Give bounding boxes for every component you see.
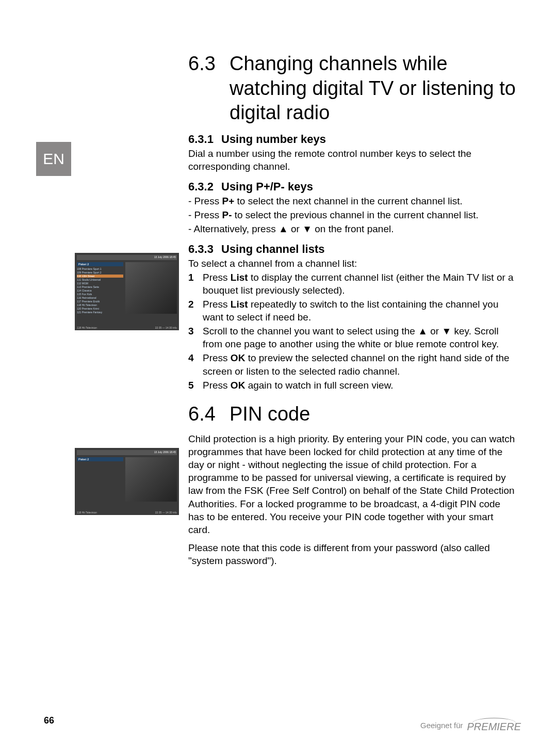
page-number: 66	[44, 715, 54, 726]
list-item: Press OK to preview the selected channel…	[188, 351, 516, 377]
subsection-6-3-1-heading: 6.3.1Using number keys	[188, 133, 516, 146]
list-item: 116 Heimatkanal	[77, 296, 123, 299]
bullet-list: - Press P+ to select the next channel in…	[188, 195, 516, 235]
list-item: 113 Premiere Serie	[77, 285, 123, 288]
footer-brand: Geeignet für PREMIERE	[420, 718, 521, 733]
subsection-title: Using P+/P- keys	[221, 180, 313, 193]
screenshot-footer-left: 118 Hit Television	[77, 326, 97, 329]
ordered-steps: Press List to display the current channe…	[188, 271, 516, 392]
list-item: Press List repeatedly to switch to the l…	[188, 298, 516, 324]
preview-pane	[125, 457, 177, 502]
section-number: 6.4	[188, 402, 230, 427]
language-tab: EN	[36, 142, 71, 176]
screenshot-list-header: Paket 2	[77, 262, 123, 266]
body-text: Please note that this code is different …	[188, 541, 516, 567]
list-item: 118 Hit Television	[77, 303, 123, 307]
list-item: 108 Premiere Sport 1	[77, 267, 123, 270]
body-text: Dial a number using the remote control n…	[188, 147, 516, 173]
brand-logo: PREMIERE	[467, 718, 521, 733]
section-number: 6.3	[188, 52, 230, 76]
subsection-title: Using number keys	[221, 133, 326, 146]
subsection-number: 6.3.3	[188, 243, 221, 256]
list-item: 115 Fox Kids	[77, 293, 123, 296]
screenshot-footer-right: 22:35 — 14:30 info	[155, 511, 177, 514]
list-item: 110 13th Street	[77, 275, 123, 278]
screenshot-footer-right: 22:35 — 14:30 info	[155, 326, 177, 329]
list-item: - Alternatively, press ▲ or ▼ on the fro…	[188, 222, 516, 235]
section-title: Changing channels while watching digital…	[230, 52, 516, 125]
preview-pane	[125, 262, 177, 314]
channel-list-screenshot-2: 13 July 2006 18:45 Paket 2 118 Hit Telev…	[75, 448, 179, 515]
screenshot-datetime: 13 July 2006 18:45	[154, 255, 176, 259]
subsection-6-3-3-heading: 6.3.3Using channel lists	[188, 243, 516, 256]
screenshot-footer-left: 118 Hit Television	[77, 511, 97, 514]
subsection-number: 6.3.2	[188, 180, 221, 194]
list-item: 117 Premiere Erotik	[77, 300, 123, 303]
list-item: Press List to display the current channe…	[188, 271, 516, 297]
list-item: 111 Studio Universal	[77, 278, 123, 281]
list-item: Press OK again to watch in full screen v…	[188, 379, 516, 392]
footer-label: Geeignet für	[420, 721, 463, 730]
list-item: 109 Premiere Sport 2	[77, 271, 123, 274]
screenshot-list-header: Paket 2	[77, 457, 123, 461]
list-item: 120 Premiere Krimi	[77, 307, 123, 310]
list-item: - Press P- to select the previous channe…	[188, 208, 516, 221]
subsection-title: Using channel lists	[221, 243, 325, 255]
list-item: Scroll to the channel you want to select…	[188, 325, 516, 350]
section-title: PIN code	[230, 402, 310, 427]
subsection-number: 6.3.1	[188, 133, 221, 146]
list-item: 121 Premiere Fantasy	[77, 311, 123, 314]
channel-list-screenshot-1: 13 July 2006 18:45 Paket 2 108 Premiere …	[75, 253, 179, 330]
section-6-3-heading: 6.3 Changing channels while watching dig…	[188, 52, 516, 125]
list-item: 112 MGM	[77, 282, 123, 285]
body-text: To select a channel from a channel list:	[188, 257, 516, 270]
screenshot-datetime: 13 July 2006 18:45	[154, 451, 176, 454]
body-text: Child protection is a high priority. By …	[188, 432, 516, 536]
subsection-6-3-2-heading: 6.3.2Using P+/P- keys	[188, 180, 516, 194]
list-item: 114 Classica	[77, 289, 123, 292]
section-6-4-heading: 6.4 PIN code	[188, 402, 516, 427]
list-item: - Press P+ to select the next channel in…	[188, 195, 516, 207]
